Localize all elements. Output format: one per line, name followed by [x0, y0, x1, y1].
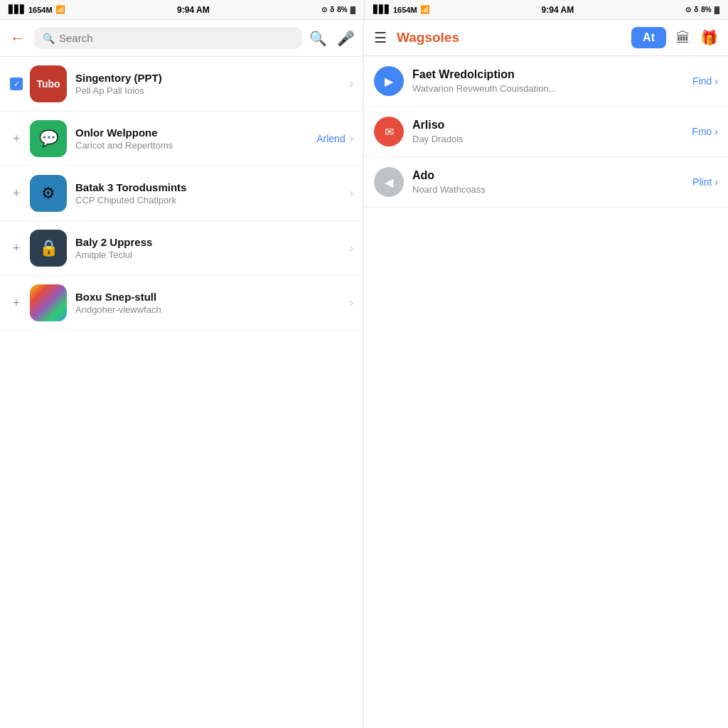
app-item-right-4: ›	[350, 242, 353, 255]
right-icon-symbol-2: ✉	[385, 125, 394, 139]
right-signal-bars: ▋▋▋	[373, 5, 390, 14]
app-info-3: Batak 3 Torodusmints CCP Chiputed Chatlp…	[75, 181, 341, 205]
right-item-sub-1: Watvarion Revweuth Couisdation...	[412, 83, 684, 94]
left-battery-pct: 8%	[337, 6, 347, 14]
right-item-action-3: Plint ›	[692, 176, 718, 188]
app-item-4[interactable]: + 🔒 Baly 2 Uppress Amitple Teclul ›	[0, 221, 363, 276]
right-list-item-2[interactable]: ✉ Arliso Day Dradols Fmo ›	[364, 107, 728, 157]
right-item-name-2: Arliso	[412, 119, 683, 132]
right-icon-symbol-1: ▶	[385, 75, 393, 88]
right-header-actions: At 🏛 🎁	[631, 27, 718, 48]
app-name-2: Onlor Welppone	[75, 127, 308, 139]
right-status-icons: ⊙ δ 8% ▓	[685, 6, 719, 14]
app-item-right-1: ›	[350, 77, 353, 90]
home-icon[interactable]: 🏛	[676, 30, 690, 46]
left-carrier: 1654M	[28, 6, 53, 14]
right-action-label-3[interactable]: Plint	[692, 176, 712, 188]
right-chevron-3: ›	[714, 176, 718, 188]
dark-app-icon-symbol: 🔒	[39, 239, 58, 257]
search-mic-icon[interactable]: 🎤	[337, 30, 355, 47]
search-input[interactable]	[59, 32, 294, 44]
app-list: ✓ Tubo Singentory (PPT) Pell Ap Pall Ioi…	[0, 57, 363, 728]
app-add-btn-3[interactable]: +	[10, 186, 23, 201]
app-subtitle-1: Pell Ap Pall Ioios	[75, 85, 341, 96]
right-battery-pct: 8%	[701, 6, 711, 14]
hamburger-menu-icon[interactable]: ☰	[374, 29, 387, 46]
search-input-wrapper[interactable]: 🔍	[34, 27, 302, 49]
right-header: ☰ Wagsoles At 🏛 🎁	[364, 20, 728, 56]
app-add-btn-4[interactable]: +	[10, 241, 23, 256]
app-item-right-5: ›	[350, 296, 353, 309]
right-item-action-2: Fmo ›	[692, 126, 718, 137]
left-signal: ▋▋▋ 1654M 📶	[9, 5, 65, 14]
left-battery-icon: ▓	[350, 6, 355, 14]
app-subtitle-4: Amitple Teclul	[75, 250, 341, 260]
right-item-info-3: Ado Noard Wathcoass	[412, 169, 684, 195]
app-icon-green: 💬	[30, 120, 67, 157]
right-item-name-3: Ado	[412, 169, 684, 182]
app-item[interactable]: ✓ Tubo Singentory (PPT) Pell Ap Pall Ioi…	[0, 57, 363, 112]
right-signal: ▋▋▋ 1654M 📶	[373, 5, 430, 14]
right-wifi-icon: 📶	[420, 5, 430, 14]
app-name-4: Baly 2 Uppress	[75, 236, 341, 248]
app-name-5: Boxu Snep-stull	[75, 291, 341, 303]
app-add-btn-5[interactable]: +	[10, 296, 23, 311]
right-item-info-2: Arliso Day Dradols	[412, 119, 683, 144]
app-icon-tubo: Tubo	[30, 65, 67, 102]
app-item-left-1: ✓ Tubo	[10, 65, 67, 102]
app-item-left-5: +	[10, 284, 67, 321]
search-magnify-icon[interactable]: 🔍	[309, 30, 327, 47]
left-wifi-icon: 📶	[55, 5, 65, 14]
right-list-item-3[interactable]: ◀ Ado Noard Wathcoass Plint ›	[364, 157, 728, 208]
app-subtitle-3: CCP Chiputed Chatlpork	[75, 195, 341, 205]
app-checkbox-1[interactable]: ✓	[10, 77, 23, 90]
right-item-info-1: Faet Wredolciption Watvarion Revweuth Co…	[412, 68, 684, 94]
right-action-label-1[interactable]: Find	[692, 75, 712, 87]
right-action-label-2[interactable]: Fmo	[692, 126, 712, 137]
right-item-sub-3: Noard Wathcoass	[412, 184, 684, 195]
app-item-right-2: Arlend ›	[316, 132, 353, 145]
right-item-name-1: Faet Wredolciption	[412, 68, 684, 81]
right-panel-title: Wagsoles	[397, 30, 621, 46]
app-item-3[interactable]: + ⚙ Batak 3 Torodusmints CCP Chiputed Ch…	[0, 166, 363, 221]
status-bar-right: ▋▋▋ 1654M 📶 9:94 AM ⊙ δ 8% ▓	[364, 0, 728, 19]
chevron-icon-1: ›	[350, 77, 353, 90]
right-item-icon-2: ✉	[374, 117, 404, 146]
gift-icon[interactable]: 🎁	[700, 29, 718, 46]
app-subtitle-5: Andgoher-viewwfach	[75, 304, 341, 315]
status-bar-left: ▋▋▋ 1654M 📶 9:94 AM ⊙ δ 8% ▓	[0, 0, 364, 19]
app-item-left-2: + 💬	[10, 120, 67, 157]
left-status-icons: ⊙ δ 8% ▓	[321, 6, 355, 14]
app-item-2[interactable]: + 💬 Onlor Welppone Caricot and Reperttom…	[0, 112, 363, 166]
chevron-icon-2: ›	[350, 132, 353, 145]
app-icon-pinwheel	[30, 284, 67, 321]
blue-app-icon-symbol: ⚙	[41, 184, 55, 203]
at-button[interactable]: At	[631, 27, 666, 48]
left-delta-icon: δ	[330, 6, 334, 14]
chevron-icon-4: ›	[350, 242, 353, 255]
back-button[interactable]: ←	[9, 28, 27, 49]
right-icon-symbol-3: ◀	[385, 176, 393, 189]
app-add-btn-2[interactable]: +	[10, 132, 23, 146]
app-item-5[interactable]: + Boxu Snep-stull Andgoher-viewwfach ›	[0, 276, 363, 331]
right-panel: ☰ Wagsoles At 🏛 🎁 ▶ Faet Wredolciption W…	[364, 20, 728, 728]
tubo-label: Tubo	[36, 78, 60, 90]
app-subtitle-2: Caricot and Reperttoms	[75, 140, 308, 151]
left-panel: ← 🔍 🔍 🎤 ✓ Tubo	[0, 20, 364, 728]
right-item-icon-3: ◀	[374, 167, 404, 197]
left-time: 9:94 AM	[177, 5, 210, 15]
right-item-sub-2: Day Dradols	[412, 134, 683, 144]
search-icon: 🔍	[43, 33, 55, 44]
app-info-2: Onlor Welppone Caricot and Reperttoms	[75, 127, 308, 151]
app-icon-dark: 🔒	[30, 230, 67, 267]
right-carrier: 1654M	[393, 6, 417, 14]
right-list-item-1[interactable]: ▶ Faet Wredolciption Watvarion Revweuth …	[364, 56, 728, 107]
check-icon-1: ✓	[10, 77, 23, 90]
app-info-5: Boxu Snep-stull Andgoher-viewwfach	[75, 291, 341, 315]
right-chevron-2: ›	[714, 126, 718, 137]
search-bar: ← 🔍 🔍 🎤	[0, 20, 363, 57]
right-chevron-1: ›	[714, 75, 718, 87]
app-action-label-2[interactable]: Arlend	[316, 133, 345, 144]
app-item-right-3: ›	[350, 187, 353, 200]
right-list: ▶ Faet Wredolciption Watvarion Revweuth …	[364, 56, 728, 728]
